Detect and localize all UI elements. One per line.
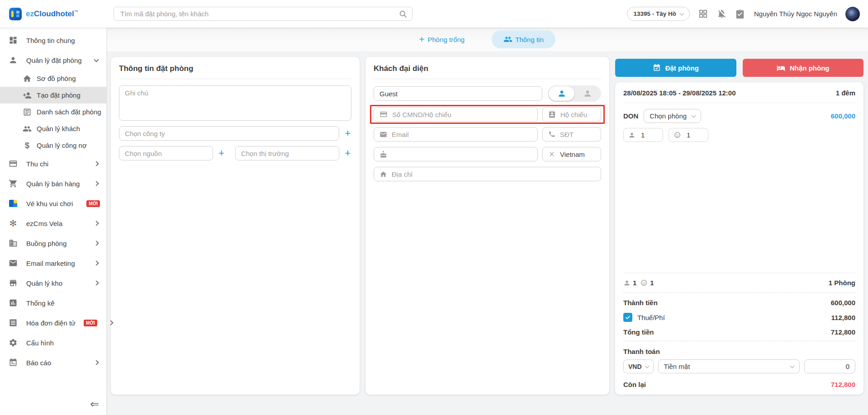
passport-input[interactable] [560, 111, 595, 118]
passport-icon [548, 111, 556, 118]
sidebar-item-quan-ly-kho[interactable]: Quản lý kho [0, 273, 106, 293]
chevron-down-icon [645, 363, 649, 368]
person-icon [623, 279, 631, 287]
source-select[interactable]: Chọn nguồn [119, 146, 213, 160]
chevron-right-icon [94, 161, 99, 166]
birthday-input[interactable] [392, 151, 532, 158]
building-icon [8, 239, 18, 248]
clipboard-check-icon[interactable] [735, 9, 745, 19]
sidebar-item-buong-phong[interactable]: Buồng phòng [0, 233, 106, 253]
sidebar-item-hoa-don-dien-tu[interactable]: Hóa đơn điện tử MỚI [0, 313, 106, 333]
new-badge: MỚI [84, 320, 97, 326]
cart-icon [8, 179, 18, 188]
currency-select[interactable]: VND [623, 359, 654, 373]
phone-input[interactable] [560, 131, 595, 138]
country-select[interactable]: Vietnam [542, 147, 601, 161]
guest-card-title: Khách đại diện [365, 57, 609, 79]
add-market-button[interactable]: + [344, 148, 351, 158]
hotel-selector-label: 13395 - Tây Hồ [633, 10, 676, 17]
hotel-selector[interactable]: 13395 - Tây Hồ [627, 7, 690, 21]
room-price: 600,000 [831, 112, 855, 120]
company-select[interactable]: Chọn công ty [119, 126, 339, 141]
top-bar: ezCloudhotel™ 13395 - Tây Hồ Nguyên Thúy… [0, 0, 868, 28]
occupancy-adults: 1 [633, 279, 636, 287]
subtotal-value: 600,000 [831, 299, 855, 307]
sidebar-item-so-do-phong[interactable]: Sơ đồ phòng [0, 70, 106, 87]
guest-name-input[interactable] [379, 90, 536, 98]
id-number-input[interactable] [392, 111, 532, 118]
sidebar-item-quan-ly-ban-hang[interactable]: Quản lý bán hàng [0, 174, 106, 193]
apps-grid-icon[interactable] [698, 9, 708, 19]
search-icon[interactable] [398, 9, 408, 19]
user-name: Nguyên Thúy Ngọc Nguyên [754, 10, 837, 18]
guest-name-field [374, 86, 542, 101]
close-icon[interactable] [548, 151, 555, 158]
sidebar-item-bao-cao[interactable]: Báo cáo [0, 353, 106, 373]
tab-phong-trong[interactable]: + Phòng trống [419, 35, 465, 44]
chevron-right-icon [94, 260, 99, 265]
app-logo[interactable]: ezCloudhotel™ [0, 8, 114, 20]
search-input[interactable] [120, 10, 398, 18]
tab-thong-tin[interactable]: Thông tin [492, 30, 555, 48]
guest-type-individual-button[interactable] [549, 86, 574, 101]
remaining-label: Còn lại [623, 381, 646, 388]
remaining-value: 712,800 [831, 381, 855, 388]
chevron-right-icon [94, 241, 99, 245]
dollar-icon: $ [22, 141, 32, 150]
book-room-button[interactable]: Đặt phòng [615, 59, 736, 77]
passport-field [542, 107, 601, 122]
chevron-down-icon [692, 113, 696, 118]
chevron-right-icon [94, 360, 99, 365]
mail-icon [379, 131, 387, 138]
add-company-button[interactable]: + [344, 128, 351, 138]
date-range[interactable]: 28/08/2025 18:05 - 29/08/2025 12:00 [623, 89, 736, 97]
receipt-icon [8, 318, 18, 327]
sidebar-item-email-marketing[interactable]: Email marketing [0, 253, 106, 273]
guest-type-other-button[interactable] [574, 86, 600, 101]
guest-card: Khách đại diện [365, 57, 609, 395]
id-number-field [374, 107, 538, 122]
avatar[interactable] [845, 7, 860, 21]
add-source-button[interactable]: + [218, 148, 225, 158]
tax-value: 112,800 [831, 314, 855, 321]
child-icon [674, 131, 681, 139]
home-icon [379, 170, 387, 178]
room-select[interactable]: Chọn phòng [644, 109, 701, 123]
sidebar-item-thong-ke[interactable]: Thống kê [0, 293, 106, 313]
sidebar-item-quan-ly-dat-phong[interactable]: Quản lý đặt phòng [0, 50, 106, 70]
sidebar-item-thong-tin-chung[interactable]: Thông tin chung [0, 30, 106, 50]
sidebar-collapse-icon[interactable]: ⇐ [90, 399, 99, 410]
summary-column: Đặt phòng Nhận phòng 28/08/2025 18:05 - … [615, 57, 863, 395]
note-input[interactable] [125, 89, 346, 120]
phone-icon [548, 131, 555, 138]
checkin-button[interactable]: Nhận phòng [743, 59, 864, 77]
email-input[interactable] [392, 131, 532, 138]
sidebar-item-cau-hinh[interactable]: Cấu hình [0, 333, 106, 353]
children-stepper[interactable]: 1 [669, 128, 708, 142]
booking-info-card: Thông tin đặt phòng Chọn công ty + [111, 57, 360, 395]
sidebar-item-tao-dat-phong[interactable]: Tạo đặt phòng [0, 87, 106, 104]
sidebar-item-ezcms-vela[interactable]: ✻ ezCms Vela [0, 213, 106, 233]
adults-stepper[interactable]: 1 [623, 128, 663, 142]
phone-field [542, 127, 601, 141]
tax-checkbox[interactable] [623, 313, 632, 322]
payment-amount-input[interactable] [804, 359, 855, 373]
nights-count: 1 đêm [836, 89, 855, 97]
sidebar-item-quan-ly-cong-no[interactable]: $ Quản lý công nợ [0, 137, 106, 154]
calendar-icon [8, 358, 18, 367]
chevron-right-icon [94, 280, 99, 285]
sidebar-item-quan-ly-khach[interactable]: Quản lý khách [0, 120, 106, 137]
payment-method-select[interactable]: Tiền mặt [658, 359, 800, 373]
sidebar-item-danh-sach-dat-phong[interactable]: Danh sách đặt phòng [0, 104, 106, 120]
global-search [114, 7, 413, 21]
chevron-right-icon [94, 221, 99, 226]
chart-icon [8, 298, 18, 307]
sidebar-item-thu-chi[interactable]: Thu chi [0, 154, 106, 174]
address-input[interactable] [392, 170, 595, 178]
notifications-off-icon[interactable] [716, 9, 727, 19]
total-value: 712,800 [831, 328, 855, 336]
sidebar-item-ve-khu-vui-choi[interactable]: Vé khu vui chơi MỚI [0, 193, 106, 213]
email-field [374, 127, 538, 141]
market-select[interactable]: Chọn thị trường [235, 146, 339, 160]
people-icon [503, 35, 512, 44]
